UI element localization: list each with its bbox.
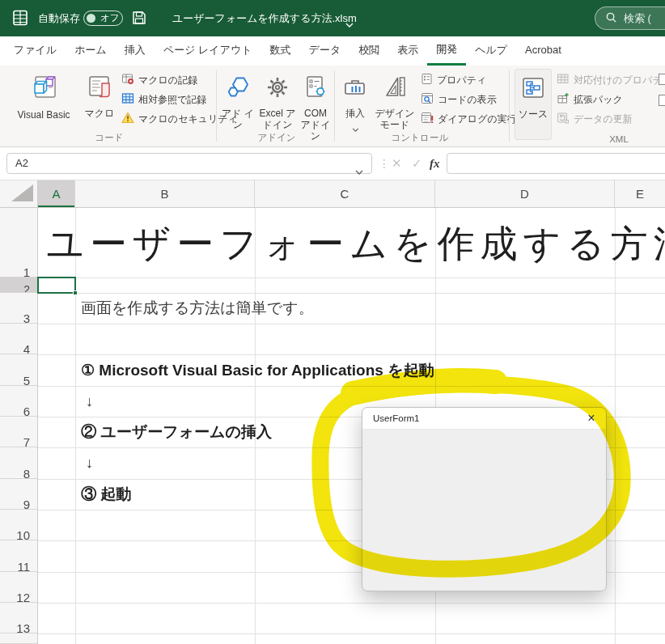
- cell-b3[interactable]: 画面を作成する方法は簡単です。: [81, 293, 314, 324]
- excel-addins-label: Excel アドイン: [258, 108, 297, 130]
- chevron-down-icon[interactable]: [345, 16, 354, 31]
- select-all-corner[interactable]: [0, 180, 38, 207]
- document-title[interactable]: ユーザーフォームを作成する方法.xlsm: [172, 0, 357, 36]
- record-macro-button[interactable]: マクロの記録: [121, 72, 197, 88]
- row-header-3[interactable]: 3: [0, 293, 37, 324]
- addins-button[interactable]: アド イン: [221, 69, 255, 140]
- run-dialog-button[interactable]: ダイアログの実行: [421, 111, 517, 127]
- addins-icon: [224, 74, 252, 104]
- tab-data[interactable]: データ: [300, 36, 350, 66]
- column-header-d[interactable]: D: [435, 180, 615, 207]
- row-header-2[interactable]: 2: [0, 278, 37, 293]
- row-header-1[interactable]: 1: [0, 208, 37, 278]
- cell-b5[interactable]: ① Microsoft Visual Basic for Application…: [81, 354, 434, 386]
- macros-button[interactable]: マクロ: [81, 69, 118, 140]
- relative-references-label: 相対参照で記録: [138, 93, 206, 107]
- row-header-11[interactable]: 11: [0, 540, 37, 572]
- ribbon-tab-bar: ファイル ホーム 挿入 ページ レイアウト 数式 データ 校閲 表示 開発 ヘル…: [0, 36, 665, 66]
- tab-acrobat[interactable]: Acrobat: [516, 36, 570, 66]
- fill-handle[interactable]: [73, 290, 78, 295]
- column-header-c[interactable]: C: [255, 180, 435, 207]
- warning-triangle-icon: [121, 112, 134, 126]
- macros-icon: [86, 74, 113, 104]
- xml-source-button[interactable]: ソース: [515, 69, 552, 140]
- row-header-5[interactable]: 5: [0, 354, 37, 386]
- row-header-6[interactable]: 6: [0, 386, 37, 417]
- visual-basic-label: Visual Basic: [17, 109, 70, 121]
- autosave-toggle[interactable]: オフ: [83, 11, 123, 26]
- tab-view[interactable]: 表示: [388, 36, 427, 66]
- tab-review[interactable]: 校閲: [349, 36, 388, 66]
- design-mode-label: デザイン モード: [373, 108, 417, 130]
- sheet-grid[interactable]: 1 2 3 4 5 6 7 8 9 10 11 12 13 14 ユーザーフォー…: [0, 208, 665, 644]
- insert-controls-button[interactable]: 挿入: [339, 69, 371, 140]
- row-header-7[interactable]: 7: [0, 417, 37, 447]
- group-label-xml: XML: [558, 134, 665, 144]
- cell-b6-arrow[interactable]: ↓: [86, 386, 93, 417]
- cell-b9[interactable]: ③ 起動: [81, 479, 131, 510]
- name-box[interactable]: A2: [6, 153, 372, 174]
- userform-window[interactable]: UserForm1 ×: [362, 407, 607, 591]
- cell-b7[interactable]: ② ユーザーフォームの挿入: [81, 417, 272, 447]
- visual-basic-icon: [29, 74, 58, 106]
- group-separator: [216, 70, 217, 142]
- tab-home[interactable]: ホーム: [66, 36, 116, 66]
- chevron-down-icon[interactable]: [355, 162, 363, 181]
- tab-help[interactable]: ヘルプ: [466, 36, 516, 66]
- properties-button[interactable]: プロパティ: [421, 72, 486, 88]
- excel-app-icon[interactable]: [11, 9, 29, 30]
- com-addins-button[interactable]: COM アドイン: [299, 69, 332, 140]
- excel-addins-button[interactable]: Excel アドイン: [258, 69, 297, 140]
- search-icon: [605, 11, 617, 26]
- clipped-ribbon-icon: [659, 95, 665, 106]
- relative-references-button[interactable]: 相対参照で記録: [121, 91, 206, 108]
- enter-icon[interactable]: ✓: [412, 153, 422, 174]
- tab-developer[interactable]: 開発: [427, 36, 466, 66]
- formula-input[interactable]: [447, 153, 665, 174]
- properties-label: プロパティ: [437, 74, 486, 87]
- gridline: [38, 633, 665, 634]
- formula-bar-grip[interactable]: ⋮: [379, 153, 390, 174]
- column-header-row: A B C D E: [0, 180, 665, 208]
- group-label-code: コード: [8, 132, 210, 144]
- save-icon[interactable]: [131, 10, 147, 29]
- row-header-8[interactable]: 8: [0, 447, 37, 479]
- run-dialog-label: ダイアログの実行: [438, 112, 517, 126]
- tab-insert[interactable]: 挿入: [116, 36, 155, 66]
- run-dialog-icon: [421, 112, 434, 126]
- expansion-packs-button[interactable]: 拡張パック: [557, 91, 623, 108]
- column-header-a[interactable]: A: [38, 180, 75, 207]
- gridline: [38, 278, 665, 278]
- gridline: [38, 324, 665, 324]
- cell-b8-arrow[interactable]: ↓: [86, 447, 93, 479]
- row-header-9[interactable]: 9: [0, 479, 37, 510]
- tab-file[interactable]: ファイル: [5, 36, 66, 66]
- gridline: [38, 603, 665, 604]
- active-cell-selection[interactable]: [37, 277, 76, 294]
- group-separator: [334, 70, 335, 142]
- row-header-13[interactable]: 13: [0, 603, 37, 633]
- close-icon[interactable]: ×: [582, 410, 601, 427]
- row-header-14[interactable]: 14: [0, 633, 37, 644]
- row-header-10[interactable]: 10: [0, 510, 37, 540]
- autosave-state: オフ: [100, 11, 120, 24]
- xml-source-label: ソース: [519, 108, 549, 120]
- cancel-icon[interactable]: ✕: [392, 153, 402, 174]
- cell-a1-title[interactable]: ユーザーフォームを作成する方法: [46, 208, 665, 278]
- row-header-4[interactable]: 4: [0, 324, 37, 354]
- tab-formulas[interactable]: 数式: [261, 36, 300, 66]
- addins-label: アド イン: [221, 108, 255, 130]
- tab-page-layout[interactable]: ページ レイアウト: [155, 36, 261, 66]
- search-box[interactable]: 検索 (: [595, 6, 665, 30]
- column-header-e[interactable]: E: [615, 180, 665, 207]
- insert-function-icon[interactable]: fx: [430, 153, 440, 174]
- userform-titlebar[interactable]: UserForm1 ×: [362, 408, 606, 430]
- visual-basic-button[interactable]: Visual Basic: [8, 69, 79, 140]
- view-code-label: コードの表示: [438, 93, 497, 107]
- view-code-button[interactable]: コードの表示: [421, 91, 497, 108]
- column-header-b[interactable]: B: [75, 180, 255, 207]
- row-header-12[interactable]: 12: [0, 572, 37, 603]
- design-mode-button[interactable]: デザイン モード: [373, 69, 417, 140]
- formula-strip: A2 ⋮ ✕ ✓ fx: [0, 147, 665, 180]
- refresh-data-icon: [557, 112, 570, 126]
